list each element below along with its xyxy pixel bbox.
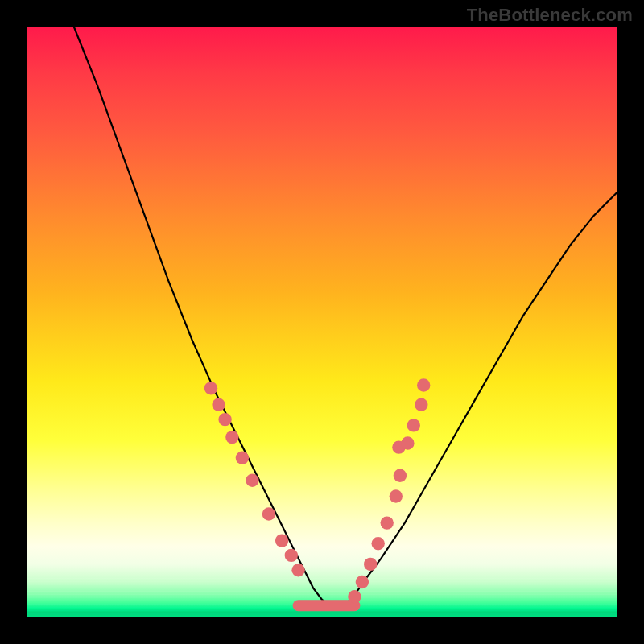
- marker-dot: [285, 549, 298, 562]
- marker-dot: [390, 489, 402, 502]
- marker-dot: [348, 590, 361, 603]
- marker-dot: [225, 431, 238, 444]
- curve-svg: [27, 27, 617, 617]
- marker-dot: [364, 558, 377, 571]
- marker-dot: [401, 436, 414, 449]
- marker-dot: [246, 474, 258, 487]
- marker-dot: [204, 382, 217, 394]
- plot-area: [27, 27, 617, 617]
- marker-dot: [417, 378, 430, 391]
- marker-dot: [381, 516, 394, 529]
- marker-dot: [218, 413, 231, 426]
- marker-dot: [407, 419, 420, 431]
- marker-dot: [275, 534, 288, 547]
- marker-dot: [262, 507, 275, 520]
- marker-dot: [415, 398, 427, 411]
- marker-dot: [291, 564, 304, 576]
- marker-dot: [394, 469, 407, 482]
- marker-dot: [356, 576, 369, 588]
- marker-dot: [372, 537, 385, 550]
- marker-dot: [212, 398, 225, 411]
- chart-frame: TheBottleneck.com: [0, 0, 644, 644]
- marker-dots: [204, 378, 431, 603]
- watermark-text: TheBottleneck.com: [467, 5, 633, 26]
- marker-dot: [236, 452, 249, 464]
- bottleneck-curve: [74, 27, 617, 605]
